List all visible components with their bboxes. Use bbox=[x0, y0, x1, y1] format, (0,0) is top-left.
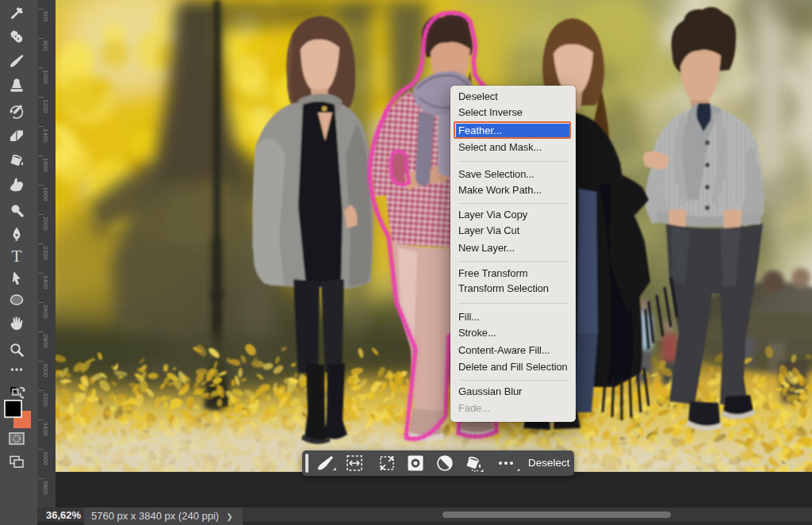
svg-text:T: T bbox=[12, 247, 22, 266]
